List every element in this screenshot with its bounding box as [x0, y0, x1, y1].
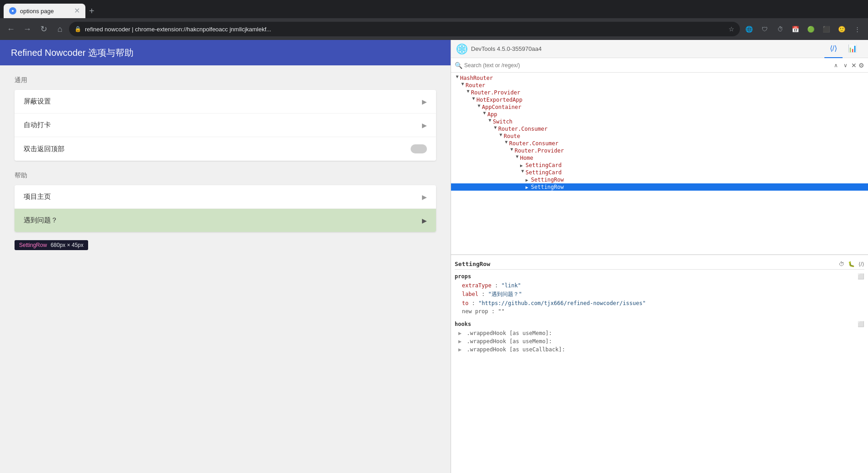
tree-node-hotexportedapp[interactable]: ▶ HotExportedApp [451, 96, 868, 103]
prop-colon-3: : [491, 308, 495, 315]
hooks-section: hooks ⬜ ▶ .wrappedHook [as useMemo]: ▶ .… [455, 321, 864, 354]
hook-expand-icon-0: ▶ [458, 330, 461, 336]
tree-node-router-consumer-2[interactable]: ▶ Router.Consumer [451, 140, 868, 147]
tree-label-route: Route [504, 133, 520, 139]
tree-label-settingcard-2: SettingCard [526, 169, 561, 176]
toolbar-icons: 🌐 🛡 ⏱ 📅 🟢 ⬛ 🙂 ⋮ [742, 22, 864, 36]
tree-label-home: Home [520, 155, 533, 161]
search-settings-button[interactable]: ⚙ [858, 62, 864, 69]
hooks-copy-button[interactable]: ⬜ [858, 321, 864, 327]
tree-node-settingcard-2[interactable]: ▶ SettingCard [451, 169, 868, 176]
hook-expand-icon-2: ▶ [458, 346, 461, 353]
devtools-tab-profiler[interactable]: 📊 [843, 40, 863, 58]
tree-node-settingrow-2[interactable]: ▶ SettingRow [451, 183, 868, 191]
tree-label-switch: Switch [493, 118, 512, 125]
tree-arrow-settingrow-2: ▶ [526, 185, 531, 190]
bookmark-icon[interactable]: ☆ [729, 25, 734, 33]
checkin-setting-row[interactable]: 自动打卡 ▶ [15, 113, 436, 137]
tree-label-hashrouter: HashRouter [460, 75, 493, 81]
inspect-icon[interactable]: ⏱ [839, 261, 844, 267]
tree-label-settingrow-1: SettingRow [531, 177, 564, 183]
homepage-row[interactable]: 项目主页 ▶ [15, 185, 436, 209]
new-tab-button[interactable]: + [85, 6, 98, 16]
tree-label-settingcard-1: SettingCard [526, 162, 561, 168]
shield-setting-label: 屏蔽设置 [24, 97, 422, 106]
tree-node-route[interactable]: ▶ Route [451, 133, 868, 140]
component-tooltip-container: SettingRow 680px × 45px [15, 239, 436, 250]
svg-point-1 [12, 10, 14, 12]
tree-arrow-home: ▶ [515, 155, 520, 161]
menu-button[interactable]: ⋮ [850, 22, 864, 36]
hook-label-1: .wrappedHook [as useMemo]: [466, 338, 552, 345]
tree-label-app: App [487, 111, 497, 118]
tab-bar: options page ✕ + [0, 0, 868, 18]
prop-key-newprop: new prop [462, 308, 488, 315]
search-prev-button[interactable]: ∧ [832, 61, 840, 69]
prop-value-to: "https://github.com/tjx666/refined-nowco… [478, 300, 645, 306]
double-click-setting-row[interactable]: 双击返回顶部 [15, 137, 436, 161]
homepage-arrow-icon: ▶ [422, 193, 427, 201]
tree-node-router-provider-2[interactable]: ▶ Router.Provider [451, 147, 868, 154]
tree-node-router-provider-1[interactable]: ▶ Router.Provider [451, 89, 868, 96]
hook-row-2[interactable]: ▶ .wrappedHook [as useCallback]: [455, 345, 864, 354]
props-title-label: props [455, 273, 471, 280]
tree-node-switch[interactable]: ▶ Switch [451, 118, 868, 125]
forward-button[interactable]: → [20, 22, 35, 36]
tree-node-appcontainer[interactable]: ▶ AppContainer [451, 103, 868, 111]
tree-node-router[interactable]: ▶ Router [451, 82, 868, 89]
extension-icon-5[interactable]: 🟢 [804, 22, 818, 36]
tree-node-settingcard-1[interactable]: ▶ SettingCard [451, 162, 868, 169]
browser-chrome: options page ✕ + ← → ↻ ⌂ 🔒 refined nowco… [0, 0, 868, 40]
tree-arrow-router: ▶ [461, 83, 466, 88]
source-icon[interactable]: ⟨/⟩ [858, 261, 864, 267]
tree-arrow-router-consumer-1: ▶ [493, 126, 498, 132]
shield-setting-row[interactable]: 屏蔽设置 ▶ [15, 90, 436, 113]
issue-label: 遇到问题？ [24, 216, 422, 225]
props-title: props ⬜ [455, 273, 864, 280]
double-click-toggle[interactable] [411, 144, 427, 153]
devtools-tab-components[interactable]: ⟨/⟩ [824, 40, 843, 58]
extension-icon-7[interactable]: 🙂 [834, 22, 849, 36]
issue-row[interactable]: 遇到问题？ ▶ [15, 209, 436, 232]
checkin-setting-arrow-icon: ▶ [422, 122, 427, 129]
tree-arrow-router-consumer-2: ▶ [504, 141, 509, 146]
address-text: refined nowcoder | chrome-extension://ha… [85, 26, 725, 33]
hook-row-1[interactable]: ▶ .wrappedHook [as useMemo]: [455, 337, 864, 345]
reload-button[interactable]: ↻ [36, 22, 51, 36]
tree-arrow-router-provider-1: ▶ [466, 90, 471, 95]
component-tooltip: SettingRow 680px × 45px [15, 240, 88, 250]
devtools-props-panel: SettingRow ⏱ 🐛 ⟨/⟩ props ⬜ extraType : "… [451, 254, 868, 473]
search-next-button[interactable]: ∨ [842, 61, 849, 69]
devtools-search-input[interactable] [464, 62, 830, 69]
active-tab[interactable]: options page ✕ [4, 4, 85, 18]
tree-node-home[interactable]: ▶ Home [451, 154, 868, 162]
devtools-logo [456, 44, 467, 54]
help-section-label: 帮助 [15, 172, 436, 180]
tree-label-settingrow-2: SettingRow [531, 184, 564, 190]
address-bar[interactable]: 🔒 refined nowcoder | chrome-extension://… [69, 22, 740, 36]
tab-close-button[interactable]: ✕ [74, 7, 80, 15]
prop-colon-0: : [495, 282, 498, 289]
tree-arrow-app: ▶ [482, 112, 487, 117]
tree-node-router-consumer-1[interactable]: ▶ Router.Consumer [451, 125, 868, 133]
tree-arrow-settingcard-1: ▶ [520, 163, 526, 168]
double-click-setting-label: 双击返回顶部 [24, 145, 411, 153]
extension-icon-6[interactable]: ⬛ [819, 22, 833, 36]
props-copy-button[interactable]: ⬜ [858, 273, 864, 280]
extension-icon-4[interactable]: 📅 [788, 22, 803, 36]
prop-value-newprop: "" [498, 308, 505, 315]
bug-icon[interactable]: 🐛 [848, 261, 855, 267]
devtools-tabs: ⟨/⟩ 📊 [824, 40, 863, 58]
hook-row-0[interactable]: ▶ .wrappedHook [as useMemo]: [455, 329, 864, 337]
tree-node-settingrow-1[interactable]: ▶ SettingRow [451, 176, 868, 183]
extension-icon-2[interactable]: 🛡 [757, 22, 772, 36]
extension-icon-1[interactable]: 🌐 [742, 22, 756, 36]
extension-icon-3[interactable]: ⏱ [773, 22, 787, 36]
back-button[interactable]: ← [4, 22, 18, 36]
home-button[interactable]: ⌂ [53, 22, 67, 36]
props-section: props ⬜ extraType : "link" label : "遇到问题… [455, 273, 864, 315]
devtools-panel: DevTools 4.5.0-355970aa4 ⟨/⟩ 📊 🔍 ∧ ∨ ✕ ⚙… [451, 40, 868, 473]
search-close-button[interactable]: ✕ [851, 62, 857, 69]
tree-node-hashrouter[interactable]: ▶ HashRouter [451, 74, 868, 82]
tree-node-app[interactable]: ▶ App [451, 111, 868, 118]
